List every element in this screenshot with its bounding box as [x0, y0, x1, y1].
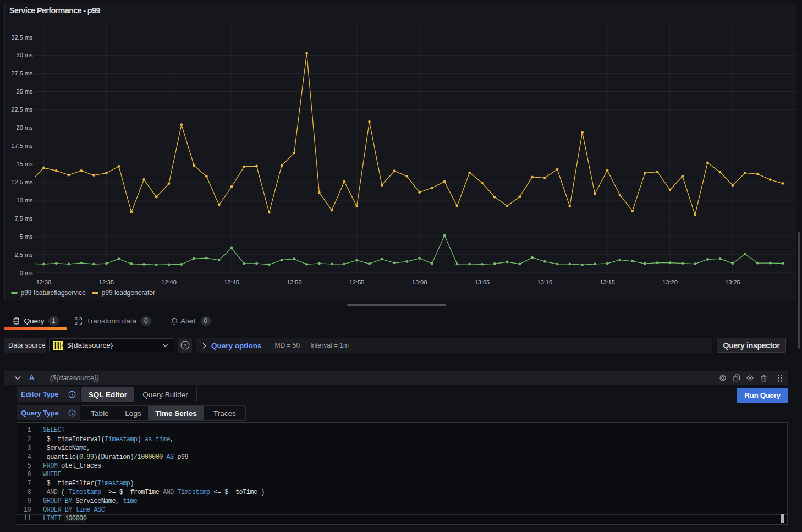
svg-text:12:35: 12:35 [99, 279, 114, 286]
svg-text:0 ms: 0 ms [20, 270, 33, 276]
svg-text:12:50: 12:50 [287, 279, 302, 286]
svg-text:12.5 ms: 12.5 ms [11, 179, 33, 185]
svg-text:22.5 ms: 22.5 ms [11, 106, 33, 113]
svg-text:17.5 ms: 17.5 ms [11, 142, 33, 149]
svg-text:13:00: 13:00 [412, 279, 427, 286]
svg-text:20 ms: 20 ms [17, 124, 33, 131]
svg-text:27.5 ms: 27.5 ms [11, 70, 33, 76]
svg-text:5 ms: 5 ms [20, 233, 33, 240]
svg-text:13:25: 13:25 [725, 279, 740, 286]
svg-text:7.5 ms: 7.5 ms [14, 215, 33, 222]
svg-text:12:30: 12:30 [36, 279, 52, 286]
svg-text:32.5 ms: 32.5 ms [11, 34, 33, 41]
svg-text:13:15: 13:15 [600, 279, 615, 286]
svg-text:15 ms: 15 ms [17, 161, 33, 167]
svg-text:2.5 ms: 2.5 ms [14, 251, 33, 258]
svg-text:25 ms: 25 ms [17, 88, 33, 95]
svg-text:12:40: 12:40 [161, 279, 177, 286]
svg-text:10 ms: 10 ms [17, 197, 33, 204]
svg-text:?: ? [184, 342, 187, 348]
svg-text:12:45: 12:45 [224, 279, 239, 286]
svg-text:12:55: 12:55 [349, 279, 365, 286]
svg-text:30 ms: 30 ms [17, 52, 33, 58]
svg-text:13:05: 13:05 [475, 279, 490, 286]
svg-text:13:10: 13:10 [537, 279, 553, 286]
svg-text:13:20: 13:20 [662, 279, 678, 286]
